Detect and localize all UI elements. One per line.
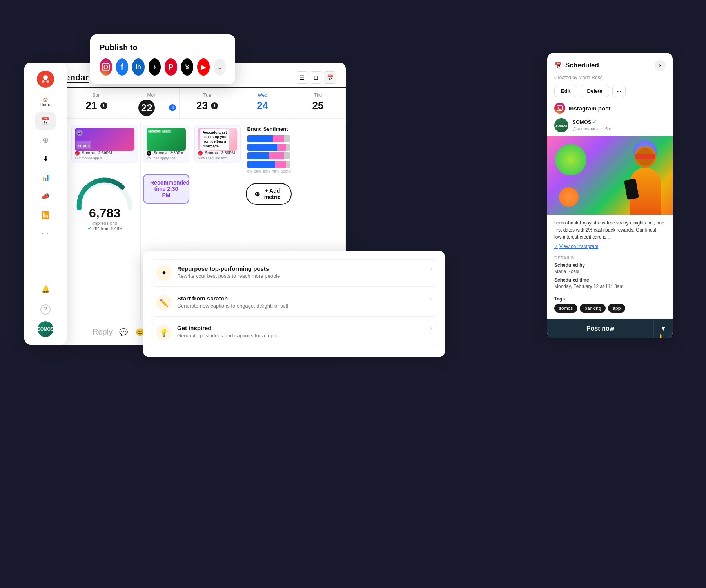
tag-app: app [608,304,625,313]
idea-scratch[interactable]: ✏️ Start from scratch Generate new capti… [151,289,437,317]
more-platforms-button[interactable]: ⌄ [214,58,226,76]
sidebar-item-calendar[interactable]: 📅 [35,112,56,130]
edit-button[interactable]: Edit [554,85,577,97]
svg-rect-6 [557,105,562,110]
brand-sentiment-widget: Brand Sentiment [246,125,292,175]
campaigns-icon: 📣 [41,192,50,201]
svg-point-1 [42,80,45,83]
pencil-icon: ✏️ [156,295,172,311]
day-header-sun: Sun 21 1 [69,88,124,119]
post-card-sun[interactable]: SOMOS 📸 Somos 2:30PM Our mobile app is..… [71,125,138,163]
calendar-icon: 📅 [41,117,50,125]
created-by-label: Created by Maria Rossi [547,73,673,85]
bell-icon: 🔔 [41,285,50,293]
tag-somos: somos [554,304,577,313]
sidebar-item-analytics[interactable]: 📊 [35,169,56,186]
sidebar-item-notifications[interactable]: 🔔 [35,280,56,298]
sidebar-item-campaigns[interactable]: 📣 [35,188,56,205]
verified-icon: ✓ [593,119,597,125]
tags-label: Tags [547,296,673,304]
chevron-down-icon: ⌄ [217,63,222,71]
sidebar-item-compose[interactable]: ⊕ [35,131,56,148]
post-caption: somosbank Enjoy stress-free vacays, nigh… [547,215,673,244]
user-avatar[interactable]: SOMOS [38,321,53,337]
scheduled-time-row: Scheduled time Monday, February 12 at 11… [554,277,666,289]
instagram-platform-button[interactable] [100,58,112,76]
svg-point-4 [104,65,107,69]
post-image [547,136,673,215]
panel-footer: Post now ▼ 👆 [547,319,673,338]
compose-icon: ⊕ [42,135,49,145]
chevron-right-icon: › [430,325,432,332]
tags-list: somos banking app [547,304,673,319]
linkedin-platform-button[interactable]: in [132,58,145,76]
grid-view-button[interactable]: ⊞ [310,71,322,84]
chevron-right-icon: › [430,265,432,272]
post-card-tue[interactable]: Avocado toast can't stop you from gettin… [194,125,241,163]
list-view-button[interactable]: ☰ [296,71,308,84]
facebook-platform-button[interactable]: f [116,58,129,76]
sidebar-item-inbox[interactable]: ⬇ [35,150,56,167]
ideas-panel: ✦ Repurpose top-performing posts Rewrite… [143,251,445,357]
close-button[interactable]: × [655,60,666,71]
sidebar-bottom: 🔔 ? SOMOS [35,280,56,337]
recommended-time-bubble: Recommended time 2:30 PM [143,174,189,204]
svg-point-5 [107,65,108,65]
post-now-button[interactable]: Post now [547,319,653,338]
tag-banking: banking [580,304,606,313]
inbox-icon: ⬇ [43,154,49,163]
chevron-right-icon: › [430,295,432,302]
scheduled-panel-header: 📅 Scheduled × [547,53,673,73]
plus-circle-icon: ⊕ [254,190,260,198]
sidebar-item-more[interactable]: ··· [35,225,56,242]
sidebar-item-help[interactable]: ? [35,301,56,318]
x-platform-button[interactable]: 𝕏 [181,58,194,76]
svg-point-8 [561,107,562,107]
impressions-widget: 6,783 impressions ✔ 284 from 6,499 [71,175,138,231]
calendar-view-button[interactable]: 📅 [324,71,336,84]
post-card-mon[interactable]: SOMOS VISA 𝕏 Somos 2:30PM You can apply … [143,125,189,163]
idea-repurpose[interactable]: ✦ Repurpose top-performing posts Rewrite… [151,259,437,287]
account-avatar: SOMOS [554,118,568,132]
reports-icon: 📶 [41,211,50,219]
pinterest-platform-button[interactable]: P [165,58,177,76]
view-on-instagram-link[interactable]: ↗ View on Instagram [547,244,673,254]
social-platforms-row: f in ♪ P 𝕏 ▶ ⌄ [100,58,226,76]
calendar-small-icon: 📅 [554,62,562,69]
svg-point-0 [43,75,48,80]
lightbulb-icon: 💡 [156,325,172,340]
idea-inspired[interactable]: 💡 Get inspired Generate post ideas and c… [151,319,437,346]
svg-point-7 [559,107,561,110]
cursor-icon: 👆 [655,333,669,338]
external-link-icon: ↗ [554,244,558,249]
details-section: Details Scheduled by Maria Rossi Schedul… [547,254,673,296]
cal-cell-sun: SOMOS 📸 Somos 2:30PM Our mobile app is..… [69,123,141,342]
sidebar-logo[interactable] [37,71,54,88]
sidebar-item-home[interactable]: 🏠 Home [38,96,53,109]
repurpose-icon: ✦ [156,265,172,281]
svg-rect-3 [102,63,109,71]
sidebar-nav: 📅 ⊕ ⬇ 📊 📣 📶 ··· [35,112,56,277]
sidebar-item-reports[interactable]: 📶 [35,206,56,224]
sidebar: 🏠 Home 📅 ⊕ ⬇ 📊 📣 📶 ··· 🔔 ? [24,63,67,345]
day-header-tue: Tue 23 1 [180,88,235,119]
reply-label: Reply [93,327,113,337]
add-metric-button[interactable]: ⊕ + Add metric [246,183,292,205]
tiktok-platform-button[interactable]: ♪ [149,58,161,76]
scheduled-by-row: Scheduled by Maria Rossi [554,262,666,274]
instagram-icon [554,103,565,114]
publish-panel-title: Publish to [100,43,226,52]
more-icon: ··· [42,230,49,237]
message-icon[interactable]: 💬 [118,327,129,338]
account-row: SOMOS SOMOS ✓ @somosbank · 15m [547,118,673,136]
svg-point-2 [46,80,49,83]
more-options-button[interactable]: ··· [612,85,626,97]
delete-button[interactable]: Delete [581,85,609,97]
analytics-icon: 📊 [41,173,50,182]
platform-row: Instagram post [547,103,673,118]
post-image-purple: SOMOS 📸 [75,128,134,151]
youtube-platform-button[interactable]: ▶ [197,58,210,76]
day-header-wed: Wed 24 [235,88,290,119]
publish-panel: Publish to f in ♪ P 𝕏 ▶ ⌄ [90,34,235,84]
scheduled-panel: 📅 Scheduled × Created by Maria Rossi Edi… [547,53,673,338]
